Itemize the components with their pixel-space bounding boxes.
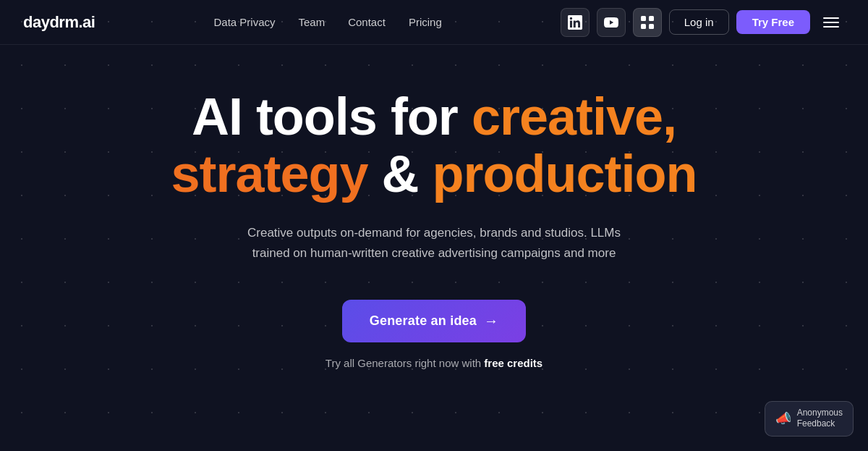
linkedin-icon xyxy=(568,15,582,30)
arrow-icon: → xyxy=(484,313,498,329)
nav-link-data-privacy[interactable]: Data Privacy xyxy=(213,16,275,28)
navbar: daydrm.ai Data Privacy Team Contact Pric… xyxy=(0,0,868,45)
menu-line-1 xyxy=(823,17,839,19)
svg-rect-2 xyxy=(641,24,646,29)
hero-headline: AI tools for creative, strategy & produc… xyxy=(171,88,697,203)
generate-idea-button[interactable]: Generate an idea → xyxy=(342,300,526,342)
hero-section: AI tools for creative, strategy & produc… xyxy=(0,45,868,398)
hero-line2: strategy & production xyxy=(171,146,697,203)
svg-rect-3 xyxy=(649,24,654,29)
logo[interactable]: daydrm.ai xyxy=(23,13,95,32)
svg-rect-0 xyxy=(641,16,646,21)
app-grid-button[interactable] xyxy=(633,8,662,37)
hero-line1-colored: creative, xyxy=(472,88,676,146)
youtube-icon xyxy=(604,15,618,30)
try-free-button[interactable]: Try Free xyxy=(736,10,810,34)
hero-line2-strategy: strategy xyxy=(171,145,367,203)
hero-note-plain: Try all Generators right now with xyxy=(326,357,485,369)
hero-line1-plain: AI tools for xyxy=(192,88,472,146)
hero-line2-production: production xyxy=(433,145,697,203)
hero-line1: AI tools for creative, xyxy=(171,88,697,146)
feedback-widget[interactable]: 📣 AnonymousFeedback xyxy=(765,401,854,437)
hero-cta: Generate an idea → xyxy=(342,300,526,342)
menu-line-2 xyxy=(823,22,839,23)
hero-subtitle: Creative outputs on-demand for agencies,… xyxy=(231,223,637,264)
hero-note-bold: free credits xyxy=(484,357,542,369)
nav-link-team[interactable]: Team xyxy=(298,16,325,28)
nav-link-pricing[interactable]: Pricing xyxy=(409,16,442,28)
linkedin-button[interactable] xyxy=(561,8,590,37)
grid-icon xyxy=(641,16,654,29)
hero-line2-and: & xyxy=(368,145,433,203)
nav-link-contact[interactable]: Contact xyxy=(348,16,386,28)
feedback-icon: 📣 xyxy=(775,410,791,426)
menu-line-3 xyxy=(823,26,839,28)
nav-links: Data Privacy Team Contact Pricing xyxy=(213,16,441,28)
nav-actions: Log in Try Free xyxy=(561,8,845,37)
svg-rect-1 xyxy=(649,16,654,21)
menu-button[interactable] xyxy=(817,9,845,36)
hero-note: Try all Generators right now with free c… xyxy=(326,357,542,369)
login-button[interactable]: Log in xyxy=(669,9,729,35)
feedback-label: AnonymousFeedback xyxy=(797,408,843,430)
generate-idea-label: Generate an idea xyxy=(370,313,477,329)
youtube-button[interactable] xyxy=(597,8,626,37)
